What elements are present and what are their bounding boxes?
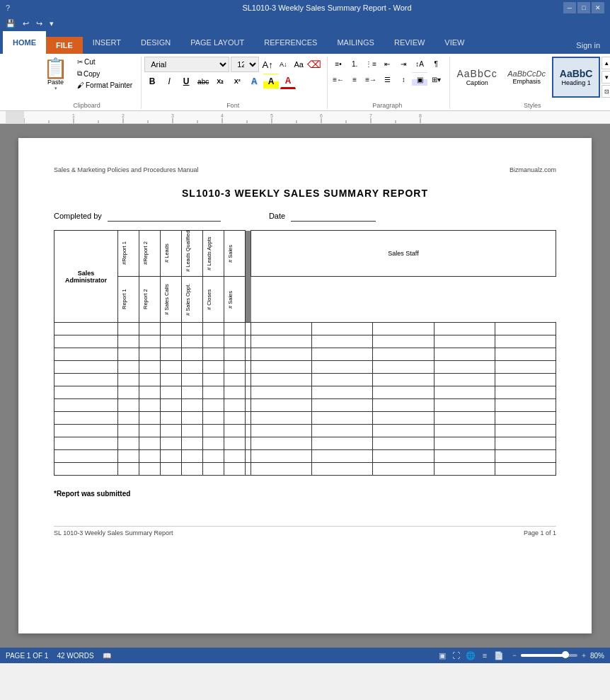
borders-btn[interactable]: ⊞▾ xyxy=(428,72,444,86)
decrease-indent-btn[interactable]: ⇤ xyxy=(379,57,395,71)
font-group-name: Font xyxy=(144,101,321,109)
copy-button[interactable]: ⧉ Copy xyxy=(74,68,135,79)
align-left-btn[interactable]: ≡← xyxy=(330,72,346,86)
font-color-btn[interactable]: A xyxy=(280,74,296,89)
heading1-preview: AaBbC xyxy=(560,68,593,79)
print-layout-icon[interactable]: ▣ xyxy=(436,650,449,661)
italic-button[interactable]: I xyxy=(161,74,177,89)
outline-view-icon[interactable]: ≡ xyxy=(478,650,491,661)
tab-home[interactable]: HOME xyxy=(3,31,46,54)
completed-by-label: Completed by xyxy=(54,212,102,220)
more-quick-btn[interactable]: ▾ xyxy=(47,18,57,30)
decrease-font-btn[interactable]: A↓ xyxy=(276,57,290,71)
multilevel-btn[interactable]: ⋮≡ xyxy=(363,57,379,71)
completed-by-field[interactable] xyxy=(108,210,221,222)
text-effects-btn[interactable]: A xyxy=(246,74,262,89)
svg-text:3: 3 xyxy=(171,113,174,118)
tab-file[interactable]: FILE xyxy=(46,37,83,54)
strikethrough-button[interactable]: abc xyxy=(195,74,211,89)
proofing-icon[interactable]: 📖 xyxy=(103,652,111,660)
justify-btn[interactable]: ☰ xyxy=(379,72,395,86)
heading1-label: Heading 1 xyxy=(562,79,591,86)
bullets-btn[interactable]: ≡• xyxy=(330,57,346,71)
show-hide-btn[interactable]: ¶ xyxy=(428,57,444,71)
increase-font-btn[interactable]: A↑ xyxy=(260,57,275,71)
align-center-btn[interactable]: ≡ xyxy=(347,72,362,86)
increase-indent-btn[interactable]: ⇥ xyxy=(396,57,411,71)
svg-text:8: 8 xyxy=(419,113,422,118)
shading-btn[interactable]: ▣ xyxy=(412,72,427,86)
clear-format-btn[interactable]: ⌫ xyxy=(307,57,321,71)
sales-staff-header: Sales Staff xyxy=(251,231,556,277)
underline-button[interactable]: U xyxy=(178,74,194,89)
maximize-button[interactable]: □ xyxy=(577,2,590,13)
tab-review[interactable]: REVIEW xyxy=(384,31,435,54)
tab-insert[interactable]: INSERT xyxy=(83,31,131,54)
redo-quick-btn[interactable]: ↪ xyxy=(33,18,45,30)
styles-more[interactable]: ⊡ xyxy=(602,85,610,98)
format-painter-button[interactable]: 🖌 Format Painter xyxy=(74,80,135,91)
text-highlight-btn[interactable]: A xyxy=(263,74,279,89)
para-row1: ≡• 1. ⋮≡ ⇤ ⇥ ↕A ¶ xyxy=(330,57,444,71)
help-icon[interactable]: ? xyxy=(6,4,10,12)
styles-scroll-down[interactable]: ▼ xyxy=(602,71,610,84)
font-controls: Arial 12 A↑ A↓ Aa ⌫ B I U abc xyxy=(144,57,321,89)
zoom-out-btn[interactable]: － xyxy=(511,650,518,660)
sort-btn[interactable]: ↕A xyxy=(412,57,427,71)
table-divider xyxy=(246,231,251,323)
paste-button[interactable]: 📋 Paste ▾ xyxy=(38,57,73,93)
ribbon-content: 📋 Paste ▾ ✂ Cut ⧉ Copy 🖌 Format P xyxy=(0,54,610,110)
font-family-select[interactable]: Arial xyxy=(144,57,229,72)
cut-button[interactable]: ✂ Cut xyxy=(74,57,135,67)
ribbon-tabs: HOME FILE INSERT DESIGN PAGE LAYOUT REFE… xyxy=(0,31,610,54)
window-title: SL1010-3 Weekly Sales Summary Report - W… xyxy=(91,4,563,12)
caption-preview: AaBbCc xyxy=(456,68,497,79)
superscript-button[interactable]: X² xyxy=(229,74,245,89)
minimize-button[interactable]: ─ xyxy=(563,2,576,13)
table-row xyxy=(54,399,556,412)
tab-page-layout[interactable]: PAGE LAYOUT xyxy=(180,31,254,54)
style-emphasis[interactable]: AaBbCcDc Emphasis xyxy=(502,57,551,98)
quick-access-toolbar: 💾 ↩ ↪ ▾ xyxy=(0,16,610,31)
col-report1-staff: Report 1 xyxy=(118,277,139,323)
tab-references[interactable]: REFERENCES xyxy=(254,31,327,54)
col-leads-appts: # Leads Appts xyxy=(203,231,224,277)
subscript-button[interactable]: X₂ xyxy=(212,74,228,89)
view-icons: ▣ ⛶ 🌐 ≡ 📄 xyxy=(436,650,505,661)
header-right-text: Bizmanualz.com xyxy=(510,166,556,173)
page-header: Sales & Marketing Policies and Procedure… xyxy=(54,166,556,173)
change-case-btn[interactable]: Aa xyxy=(292,57,306,71)
date-field[interactable] xyxy=(291,210,376,222)
save-quick-btn[interactable]: 💾 xyxy=(3,18,18,30)
sign-in-button[interactable]: Sign in xyxy=(566,37,610,54)
draft-view-icon[interactable]: 📄 xyxy=(493,650,505,661)
table-row xyxy=(54,335,556,348)
styles-group: AaBbCc Caption AaBbCcDc Emphasis AaBbC H… xyxy=(450,57,610,109)
tab-design[interactable]: DESIGN xyxy=(131,31,180,54)
styles-container: AaBbCc Caption AaBbCcDc Emphasis AaBbC H… xyxy=(453,57,610,98)
undo-quick-btn[interactable]: ↩ xyxy=(20,18,32,30)
zoom-percent: 80% xyxy=(590,652,604,660)
paragraph-group-name: Paragraph xyxy=(330,101,444,109)
style-heading1[interactable]: AaBbC Heading 1 xyxy=(552,57,600,98)
zoom-slider[interactable] xyxy=(521,654,577,657)
full-screen-icon[interactable]: ⛶ xyxy=(450,650,463,661)
style-caption[interactable]: AaBbCc Caption xyxy=(453,57,501,98)
zoom-slider-thumb[interactable] xyxy=(562,651,569,658)
tab-view[interactable]: VIEW xyxy=(435,31,474,54)
table-row xyxy=(54,412,556,425)
svg-text:4: 4 xyxy=(221,113,224,118)
zoom-in-btn[interactable]: ＋ xyxy=(580,650,587,660)
font-size-select[interactable]: 12 xyxy=(231,57,259,72)
tab-mailings[interactable]: MAILINGS xyxy=(327,31,384,54)
bold-button[interactable]: B xyxy=(144,74,160,89)
col-sales-staff: # Sales xyxy=(224,277,246,323)
close-button[interactable]: ✕ xyxy=(592,2,604,13)
line-spacing-btn[interactable]: ↕ xyxy=(396,72,411,86)
web-layout-icon[interactable]: 🌐 xyxy=(464,650,477,661)
styles-scroll-up[interactable]: ▲ xyxy=(602,57,610,69)
align-right-btn[interactable]: ≡→ xyxy=(363,72,379,86)
numbering-btn[interactable]: 1. xyxy=(347,57,362,71)
clipboard-group-name: Clipboard xyxy=(38,101,135,109)
emphasis-label: Emphasis xyxy=(512,78,541,85)
